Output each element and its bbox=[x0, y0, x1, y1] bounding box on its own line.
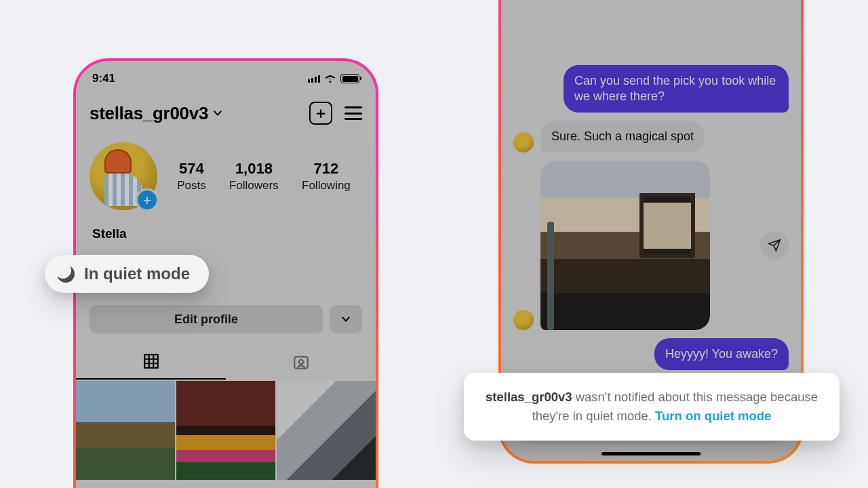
chevron-down-icon bbox=[212, 108, 223, 119]
svg-rect-0 bbox=[294, 357, 308, 368]
turn-on-quiet-mode-link[interactable]: Turn on quiet mode bbox=[655, 409, 771, 423]
display-name: Stella bbox=[92, 226, 127, 241]
home-indicator bbox=[601, 452, 701, 455]
message-photo[interactable] bbox=[540, 161, 710, 330]
message-incoming[interactable]: Sure. Such a magical spot bbox=[513, 121, 789, 152]
username-switcher[interactable]: stellas_gr00v3 bbox=[90, 103, 223, 124]
profile-avatar[interactable]: ＋ bbox=[90, 142, 157, 210]
status-time: 9:41 bbox=[92, 72, 115, 85]
stat-following[interactable]: 712 Following bbox=[302, 160, 351, 192]
quiet-mode-label: In quiet mode bbox=[84, 264, 190, 283]
message-photo-row bbox=[513, 161, 789, 330]
chevron-down-icon bbox=[340, 314, 351, 325]
post-thumbnail[interactable] bbox=[76, 381, 175, 480]
message-outgoing[interactable]: Heyyyy! You awake? bbox=[513, 338, 789, 370]
add-story-badge[interactable]: ＋ bbox=[136, 188, 159, 211]
share-button[interactable] bbox=[760, 231, 789, 260]
post-thumbnail[interactable] bbox=[277, 381, 376, 480]
stat-posts[interactable]: 574 Posts bbox=[177, 160, 206, 192]
post-grid bbox=[76, 381, 376, 480]
toast-username: stellas_gr00v3 bbox=[486, 390, 572, 404]
quiet-mode-toast: stellas_gr00v3 wasn't notified about thi… bbox=[464, 373, 840, 441]
sender-avatar[interactable] bbox=[513, 310, 534, 330]
message-outgoing[interactable]: Can you send the pick you took while we … bbox=[513, 65, 789, 113]
tab-grid[interactable] bbox=[76, 344, 226, 380]
status-bar: 9:41 bbox=[76, 61, 376, 94]
share-icon bbox=[768, 239, 781, 252]
sender-avatar[interactable] bbox=[513, 132, 534, 152]
post-thumbnail[interactable] bbox=[176, 381, 275, 480]
moon-icon bbox=[57, 265, 75, 283]
wifi-icon bbox=[324, 74, 336, 83]
message-bubble: Heyyyy! You awake? bbox=[654, 338, 789, 370]
edit-profile-button[interactable]: Edit profile bbox=[90, 305, 323, 333]
message-bubble: Can you send the pick you took while we … bbox=[564, 65, 789, 113]
menu-button[interactable] bbox=[344, 106, 362, 120]
create-button[interactable]: ＋ bbox=[309, 102, 332, 125]
suggested-people-button[interactable] bbox=[330, 305, 362, 333]
svg-point-1 bbox=[298, 360, 303, 365]
battery-icon bbox=[340, 74, 359, 83]
stat-followers[interactable]: 1,018 Followers bbox=[229, 160, 279, 192]
tagged-icon bbox=[292, 353, 310, 371]
username: stellas_gr00v3 bbox=[90, 103, 208, 124]
quiet-mode-pill: In quiet mode bbox=[45, 255, 209, 293]
tab-tagged[interactable] bbox=[226, 344, 376, 380]
message-bubble: Sure. Such a magical spot bbox=[540, 121, 705, 152]
cellular-icon bbox=[308, 75, 320, 83]
grid-icon bbox=[142, 352, 160, 370]
